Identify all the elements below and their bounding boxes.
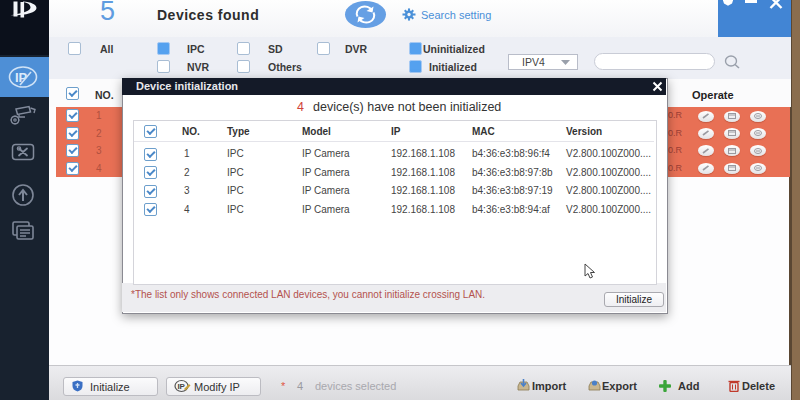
svg-text:IP: IP (177, 382, 185, 391)
